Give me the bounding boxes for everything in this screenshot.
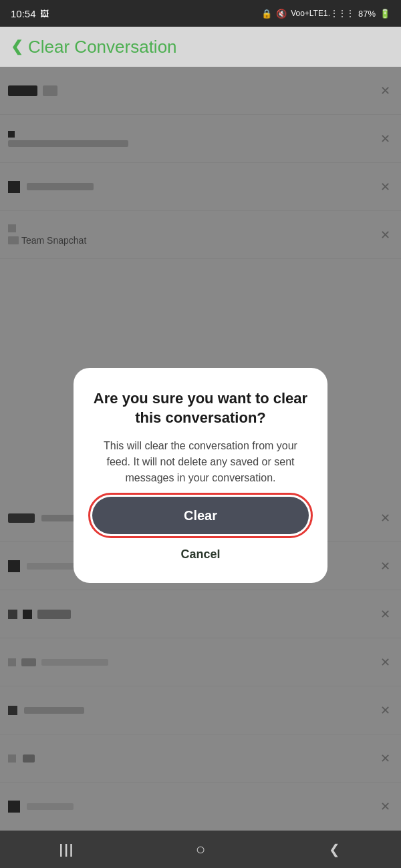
cancel-button[interactable]: Cancel	[170, 545, 231, 564]
page-title: Clear Conversation	[28, 37, 177, 57]
clear-conversation-dialog: Are you sure you want to clear this conv…	[74, 368, 327, 583]
status-bar: 10:54 🖼 🔒 🔇 Voo+LTE1.⋮⋮⋮ 87% 🔋	[0, 0, 401, 27]
battery-level: 87%	[358, 9, 376, 19]
battery-icon: 🔋	[380, 9, 390, 19]
dialog-title: Are you sure you want to clear this conv…	[92, 389, 309, 427]
bottom-nav: ||| ○ ❮	[0, 831, 401, 868]
page-header: ❮ Clear Conversation	[0, 27, 401, 67]
background-list: ✕ ✕ ✕ Team Snapchat ✕ Are you sure you w…	[0, 67, 401, 831]
back-nav-button[interactable]: ❮	[321, 836, 348, 863]
back-button[interactable]: ❮	[11, 38, 23, 55]
recents-button[interactable]: |||	[53, 836, 80, 863]
status-icons: 🔒 🔇 Voo+LTE1.⋮⋮⋮ 87% 🔋	[261, 9, 390, 19]
clear-button[interactable]: Clear	[92, 497, 309, 534]
mute-icon: 🔇	[276, 9, 287, 19]
dialog-body: This will clear the conversation from yo…	[92, 438, 309, 486]
camera-icon: 🖼	[40, 9, 49, 19]
status-time: 10:54 🖼	[11, 8, 49, 19]
lock-icon: 🔒	[261, 9, 272, 19]
dialog-overlay: Are you sure you want to clear this conv…	[0, 67, 401, 831]
signal-icon: Voo+LTE1.⋮⋮⋮	[291, 9, 354, 18]
home-button[interactable]: ○	[187, 836, 214, 863]
